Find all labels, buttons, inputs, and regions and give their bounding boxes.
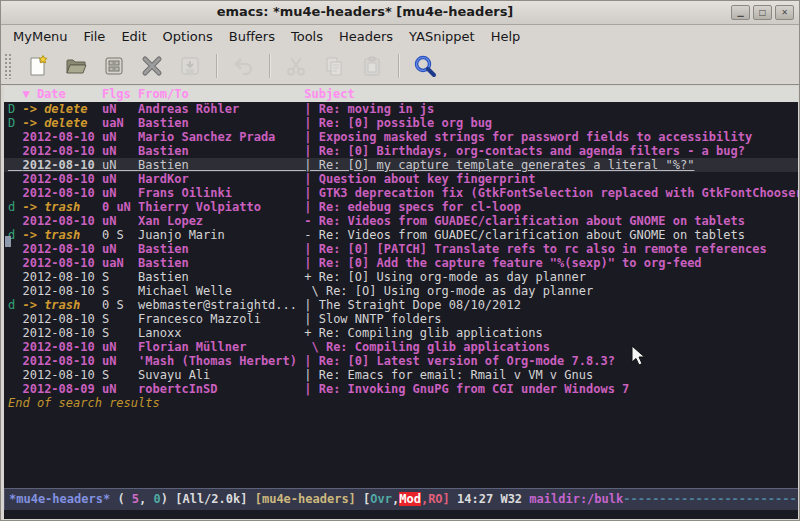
message-from: Florian Müllner bbox=[138, 340, 304, 354]
close-button[interactable]: ✕ bbox=[775, 5, 794, 20]
menu-edit[interactable]: Edit bbox=[113, 27, 154, 46]
message-row[interactable]: 2012-08-10 uaN Bastien | Re: [0] Add the… bbox=[4, 256, 798, 270]
message-from: Juanjo Marin bbox=[138, 228, 304, 242]
trash-marker bbox=[8, 256, 22, 270]
trash-marker bbox=[8, 312, 22, 326]
maximize-button[interactable]: □ bbox=[753, 5, 772, 20]
end-of-search-text: End of search results bbox=[4, 396, 798, 410]
message-flags: uN bbox=[102, 130, 138, 144]
menu-buffers[interactable]: Buffers bbox=[221, 27, 283, 46]
trash-marker bbox=[8, 186, 22, 200]
menu-headers[interactable]: Headers bbox=[331, 27, 401, 46]
message-date: -> trash bbox=[22, 228, 101, 242]
message-from: Francesco Mazzoli bbox=[138, 312, 304, 326]
menu-yasnippet[interactable]: YASnippet bbox=[401, 27, 483, 46]
message-date: 2012-08-10 bbox=[22, 256, 101, 270]
message-subject: | Slow NNTP folders bbox=[304, 312, 441, 326]
menu-mymenu[interactable]: MyMenu bbox=[5, 27, 76, 46]
trash-marker bbox=[8, 354, 22, 368]
modeline-segment: Ovr bbox=[370, 492, 392, 506]
trash-marker bbox=[8, 382, 22, 396]
message-row[interactable]: d -> trash 0 S Juanjo Marin - Re: Videos… bbox=[4, 228, 798, 242]
message-subject: + Re: Compiling glib applications bbox=[304, 326, 542, 340]
message-row[interactable]: 2012-08-10 uN Florian Müllner \ Re: Comp… bbox=[4, 340, 798, 354]
message-row[interactable]: D -> delete uaN Bastien | Re: [0] possib… bbox=[4, 116, 798, 130]
message-date: 2012-08-10 bbox=[22, 144, 101, 158]
message-flags: uN bbox=[102, 186, 138, 200]
message-from: 'Mash (Thomas Herbert) bbox=[138, 354, 304, 368]
toolbar-drag-handle-icon[interactable] bbox=[4, 53, 11, 79]
message-row[interactable]: 2012-08-10 uN HardKor | Question about k… bbox=[4, 172, 798, 186]
open-folder-icon[interactable] bbox=[63, 53, 89, 79]
message-flags: uN bbox=[102, 214, 138, 228]
message-row[interactable]: 2012-08-10 uN Bastien | Re: [O] my captu… bbox=[4, 158, 798, 172]
emacs-window: emacs: *mu4e-headers* [mu4e-headers] ▁□✕… bbox=[0, 0, 800, 521]
message-flags: uaN bbox=[102, 256, 138, 270]
message-list: D -> delete uN Andreas Röhler | Re: movi… bbox=[4, 102, 798, 396]
modeline-segment: 5 bbox=[132, 492, 139, 506]
close-buffer-icon[interactable] bbox=[139, 53, 165, 79]
undo-icon bbox=[230, 53, 256, 79]
copy-icon bbox=[321, 53, 347, 79]
message-date: 2012-08-10 bbox=[22, 270, 101, 284]
message-row[interactable]: 2012-08-10 S Michael Welle \ Re: [O] Usi… bbox=[4, 284, 798, 298]
message-row[interactable]: d -> trash 0 uN Thierry Volpiatto | Re: … bbox=[4, 200, 798, 214]
message-from: Michael Welle bbox=[138, 284, 304, 298]
menu-tools[interactable]: Tools bbox=[283, 27, 331, 46]
message-subject: | Re: [0] Add the capture feature "%(sex… bbox=[304, 256, 701, 270]
text-cursor bbox=[5, 236, 11, 247]
message-flags: uN bbox=[102, 354, 138, 368]
modeline-segment: 14:27 W32 bbox=[450, 492, 529, 506]
message-row[interactable]: 2012-08-09 uN robertcInSD | Re: Invoking… bbox=[4, 382, 798, 396]
message-from: Bastien bbox=[138, 116, 304, 130]
new-file-icon[interactable] bbox=[25, 53, 51, 79]
message-row[interactable]: 2012-08-10 uN Bastien | Re: [0] Birthday… bbox=[4, 144, 798, 158]
modeline-segment: [mu4e-headers] bbox=[255, 492, 363, 506]
message-row[interactable]: 2012-08-10 S Suvayu Ali | Re: Emacs for … bbox=[4, 368, 798, 382]
message-row[interactable]: D -> delete uN Andreas Röhler | Re: movi… bbox=[4, 102, 798, 116]
message-row[interactable]: 2012-08-10 uN Xan Lopez - Re: Videos fro… bbox=[4, 214, 798, 228]
message-from: Thierry Volpiatto bbox=[138, 200, 304, 214]
modeline-segment: [All/2.0k] bbox=[175, 492, 254, 506]
message-row[interactable]: 2012-08-10 uN 'Mash (Thomas Herbert) | R… bbox=[4, 354, 798, 368]
message-date: 2012-08-10 bbox=[22, 242, 101, 256]
title-bar[interactable]: emacs: *mu4e-headers* [mu4e-headers] ▁□✕ bbox=[1, 1, 799, 25]
message-from: webmaster@straightd... bbox=[138, 298, 304, 312]
message-date: -> trash bbox=[22, 200, 101, 214]
trash-marker bbox=[8, 340, 22, 354]
message-subject: | Re: [0] Birthdays, org-contacts and ag… bbox=[304, 144, 745, 158]
message-row[interactable]: d -> trash 0 S webmaster@straightd... | … bbox=[4, 298, 798, 312]
message-row[interactable]: 2012-08-10 S Francesco Mazzoli | Slow NN… bbox=[4, 312, 798, 326]
message-row[interactable]: 2012-08-10 uN Frans Oilinki | GTK3 depre… bbox=[4, 186, 798, 200]
headers-buffer[interactable]: ▼ Date Flgs From/To Subject D -> delete … bbox=[4, 86, 798, 488]
modeline-segment: -------------------------------- bbox=[623, 492, 798, 506]
message-subject: | Re: [0] [PATCH] Translate refs to rc a… bbox=[304, 242, 766, 256]
message-date: -> delete bbox=[22, 116, 101, 130]
message-flags: S bbox=[102, 312, 138, 326]
message-flags: S bbox=[102, 368, 138, 382]
message-subject: | Re: [O] my capture template generates … bbox=[304, 158, 694, 172]
save-icon[interactable] bbox=[101, 53, 127, 79]
save-as-icon bbox=[177, 53, 203, 79]
menu-options[interactable]: Options bbox=[155, 27, 221, 46]
search-icon[interactable] bbox=[412, 53, 438, 79]
message-from: Lanoxx bbox=[138, 326, 304, 340]
minimize-button[interactable]: ▁ bbox=[731, 5, 750, 20]
tool-bar bbox=[1, 47, 799, 85]
message-row[interactable]: 2012-08-10 S Lanoxx + Re: Compiling glib… bbox=[4, 326, 798, 340]
message-row[interactable]: 2012-08-10 S Bastien + Re: [O] Using org… bbox=[4, 270, 798, 284]
toolbar-separator bbox=[269, 54, 270, 78]
modeline-segment: Mod bbox=[399, 492, 421, 506]
message-row[interactable]: 2012-08-10 uN Bastien | Re: [0] [PATCH] … bbox=[4, 242, 798, 256]
message-subject: \ Re: [O] Using org-mode as day planner bbox=[304, 284, 593, 298]
message-flags: 0 S bbox=[102, 298, 138, 312]
trash-marker: D bbox=[8, 102, 22, 116]
menu-file[interactable]: File bbox=[76, 27, 114, 46]
message-flags: S bbox=[102, 326, 138, 340]
echo-area[interactable] bbox=[4, 510, 798, 519]
message-date: 2012-08-10 bbox=[22, 326, 101, 340]
message-row[interactable]: 2012-08-10 uN Mario Sanchez Prada | Expo… bbox=[4, 130, 798, 144]
menu-help[interactable]: Help bbox=[483, 27, 529, 46]
toolbar-separator bbox=[398, 54, 399, 78]
message-flags: 0 uN bbox=[102, 200, 138, 214]
